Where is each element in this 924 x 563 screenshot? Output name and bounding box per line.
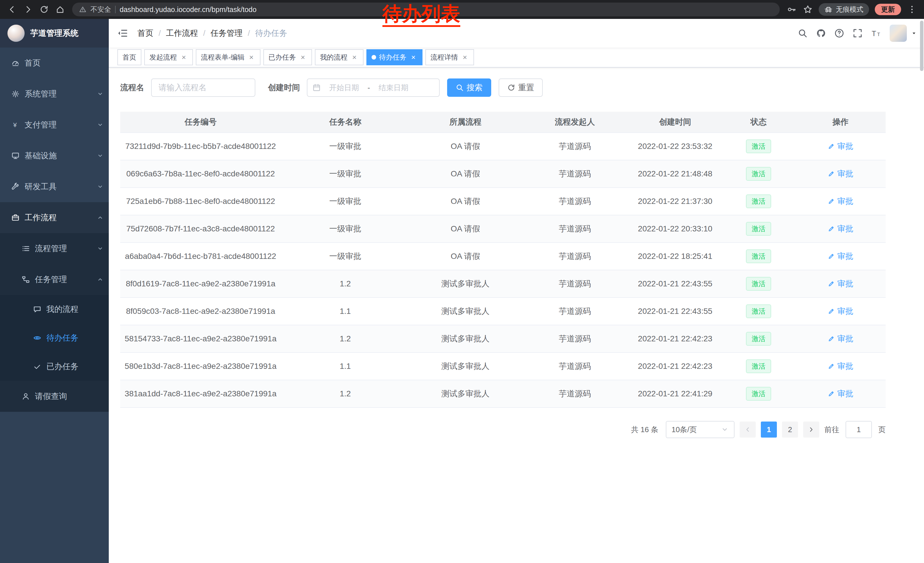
task-id-cell: 580e1b3d-7ac8-11ec-a9e2-a2380e71991a <box>120 353 281 380</box>
sidebar-item[interactable]: 已办任务 <box>0 352 109 381</box>
breadcrumb-item[interactable]: 首页 <box>137 28 153 39</box>
sidebar-item[interactable]: 我的流程 <box>0 295 109 324</box>
close-icon[interactable]: × <box>461 53 469 61</box>
approve-link[interactable]: 审批 <box>828 361 853 372</box>
edit-icon <box>828 252 835 260</box>
initiator-cell: 芋道源码 <box>521 325 628 353</box>
initiator-cell: 芋道源码 <box>521 160 628 188</box>
sidebar-item[interactable]: 待办任务 <box>0 324 109 352</box>
avatar-caret-icon[interactable] <box>911 30 917 36</box>
sidebar-item[interactable]: 请假查询 <box>0 381 109 412</box>
bookmark-star-icon[interactable] <box>800 2 815 17</box>
tab-item[interactable]: 流程表单-编辑× <box>196 49 261 65</box>
approve-link[interactable]: 审批 <box>828 224 853 234</box>
start-date-input[interactable] <box>323 83 365 93</box>
goto-page-input[interactable] <box>846 421 872 438</box>
user-avatar[interactable] <box>890 25 907 42</box>
breadcrumb-separator: / <box>203 29 206 38</box>
tab-label: 首页 <box>123 53 136 62</box>
next-page-button[interactable] <box>803 422 819 438</box>
sidebar-item[interactable]: 任务管理 <box>0 264 109 295</box>
sidebar-item-label: 基础设施 <box>25 150 57 161</box>
goto-label: 前往 <box>824 425 839 435</box>
search-button[interactable]: 搜索 <box>447 78 491 97</box>
close-icon[interactable]: × <box>248 53 255 61</box>
approve-link[interactable]: 审批 <box>828 196 853 207</box>
home-icon[interactable] <box>52 2 68 17</box>
task-name-cell: 1.2 <box>281 380 410 407</box>
fullscreen-icon[interactable] <box>850 25 866 41</box>
task-id-cell: 725a1eb6-7b88-11ec-8ef0-acde48001122 <box>120 188 281 215</box>
sidebar-item[interactable]: 流程管理 <box>0 233 109 264</box>
key-icon[interactable] <box>784 2 799 17</box>
approve-link[interactable]: 审批 <box>828 306 853 317</box>
reload-icon[interactable] <box>37 2 51 17</box>
sidebar-item[interactable]: 研发工具 <box>0 171 109 202</box>
process-name-label: 流程名 <box>120 82 144 93</box>
page-size-select[interactable]: 10条/页 <box>666 421 735 438</box>
tab-item[interactable]: 首页 <box>117 49 141 65</box>
close-icon[interactable]: × <box>180 53 188 61</box>
sidebar-item-label: 系统管理 <box>25 89 57 99</box>
process-cell: 测试多审批人 <box>410 270 521 297</box>
sidebar-item[interactable]: 系统管理 <box>0 78 109 110</box>
logo[interactable]: 芋道管理系统 <box>0 19 109 48</box>
sidebar-item[interactable]: 工作流程 <box>0 202 109 233</box>
close-icon[interactable]: × <box>299 53 307 61</box>
approve-link[interactable]: 审批 <box>828 141 853 152</box>
browser-menu-icon[interactable] <box>904 2 920 17</box>
update-button[interactable]: 更新 <box>875 4 901 15</box>
page-size-value: 10条/页 <box>672 425 697 435</box>
sidebar-item[interactable]: 首页 <box>0 48 109 78</box>
reset-button[interactable]: 重置 <box>499 78 543 97</box>
range-separator: - <box>368 83 370 92</box>
created-time-cell: 2022-01-21 22:41:29 <box>628 380 722 407</box>
github-icon[interactable] <box>813 25 829 41</box>
close-icon[interactable]: × <box>350 53 358 61</box>
sidebar-item[interactable]: 基础设施 <box>0 140 109 171</box>
prev-page-button[interactable] <box>740 422 756 438</box>
breadcrumb-separator: / <box>248 29 250 38</box>
task-id-cell: 381aa1dd-7ac8-11ec-a9e2-a2380e71991a <box>120 380 281 407</box>
status-badge: 激活 <box>746 167 771 181</box>
status-badge: 激活 <box>746 194 771 208</box>
date-range-picker[interactable]: - <box>307 78 440 97</box>
approve-link[interactable]: 审批 <box>828 168 853 179</box>
page-button[interactable]: 2 <box>782 422 798 438</box>
forward-icon[interactable] <box>21 2 36 17</box>
scrollbar-thumb[interactable] <box>920 21 923 71</box>
search-icon[interactable] <box>795 25 811 41</box>
help-icon[interactable] <box>831 25 847 41</box>
sidebar-item[interactable]: ¥支付管理 <box>0 110 109 140</box>
process-cell: 测试多审批人 <box>410 297 521 325</box>
table-row: 58154733-7ac8-11ec-a9e2-a2380e71991a1.2测… <box>120 325 886 353</box>
tab-item[interactable]: 我的流程× <box>315 49 363 65</box>
approve-link[interactable]: 审批 <box>828 278 853 289</box>
sidebar-fold-icon[interactable] <box>109 28 136 38</box>
approve-link[interactable]: 审批 <box>828 333 853 344</box>
breadcrumb-separator: / <box>159 29 161 38</box>
close-icon[interactable]: × <box>410 53 417 61</box>
font-size-icon[interactable]: TT <box>868 25 884 41</box>
tab-label: 流程详情 <box>430 53 458 62</box>
created-time-cell: 2022-01-22 23:53:32 <box>628 132 722 160</box>
sidebar-item-label: 流程管理 <box>35 243 67 254</box>
tab-item[interactable]: 已办任务× <box>263 49 312 65</box>
created-time-cell: 2022-01-21 22:42:23 <box>628 353 722 380</box>
page-buttons: 12 <box>761 422 798 438</box>
active-dot <box>372 55 376 60</box>
back-icon[interactable] <box>4 2 20 17</box>
page-button[interactable]: 1 <box>761 422 777 438</box>
approve-link[interactable]: 审批 <box>828 388 853 399</box>
tab-item[interactable]: 发起流程× <box>144 49 193 65</box>
approve-link[interactable]: 审批 <box>828 251 853 262</box>
tab-item[interactable]: 流程详情× <box>425 49 474 65</box>
tab-item[interactable]: 待办任务× <box>366 49 423 65</box>
breadcrumb-item[interactable]: 工作流程 <box>166 28 198 39</box>
task-id-cell: 73211d9d-7b9b-11ec-b5b7-acde48001122 <box>120 132 281 160</box>
end-date-input[interactable] <box>372 83 415 93</box>
chevron-down-icon <box>97 183 104 190</box>
breadcrumb-item[interactable]: 任务管理 <box>211 28 243 39</box>
process-name-input[interactable] <box>151 78 255 97</box>
column-header: 创建时间 <box>628 112 722 132</box>
